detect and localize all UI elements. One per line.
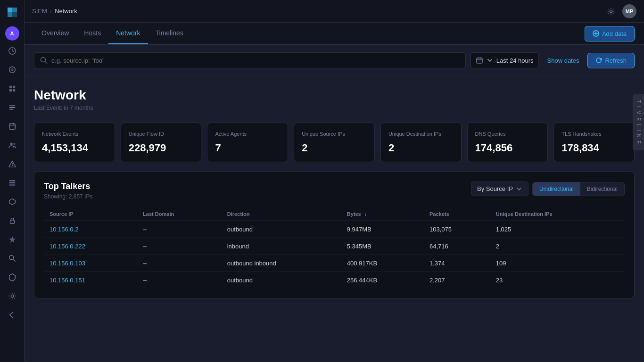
svg-rect-4 xyxy=(12,86,15,88)
direction-toggle: Unidirectional Bidirectional xyxy=(532,182,625,196)
stat-label-active-agents: Active Agents xyxy=(215,131,280,137)
table-row: 10.156.0.103 -- outbound inbound 400.917… xyxy=(44,255,625,272)
cell-bytes: 5.345MB xyxy=(341,238,424,255)
svg-point-22 xyxy=(41,58,46,62)
cell-source-ip[interactable]: 10.156.0.222 xyxy=(44,238,137,255)
add-data-label: Add data xyxy=(602,30,627,37)
stat-card-unique-flow-id: Unique Flow ID 228,979 xyxy=(121,123,202,162)
svg-rect-7 xyxy=(9,106,15,107)
page-title: Network xyxy=(34,88,635,103)
tab-network[interactable]: Network xyxy=(108,23,148,44)
cell-source-ip[interactable]: 10.156.0.151 xyxy=(44,272,137,289)
sidebar-item-rules[interactable] xyxy=(4,99,21,116)
topbar-actions: MP xyxy=(603,4,636,19)
add-data-button[interactable]: Add data xyxy=(585,26,635,41)
search-input-wrap[interactable] xyxy=(34,52,466,68)
table-header-row: Source IP Last Domain Direction Bytes ↓ … xyxy=(44,207,625,221)
cell-direction: inbound xyxy=(222,238,341,255)
sidebar-item-alerts[interactable] xyxy=(4,156,21,173)
cell-direction: outbound xyxy=(222,272,341,289)
stat-value-unique-flow-id: 228,979 xyxy=(129,142,194,154)
time-range-selector[interactable]: Last 24 hours xyxy=(471,52,539,68)
cell-source-ip[interactable]: 10.156.0.103 xyxy=(44,255,137,272)
cell-unique-dest: 1,025 xyxy=(490,221,625,238)
stat-card-active-agents: Active Agents 7 xyxy=(207,123,288,162)
top-talkers-title-group: Top Talkers Showing: 2,857 IPs xyxy=(44,181,471,200)
cell-unique-dest: 2 xyxy=(490,238,625,255)
cell-last-domain: -- xyxy=(137,238,222,255)
cell-packets: 103,075 xyxy=(424,221,490,238)
toggle-bidirectional[interactable]: Bidirectional xyxy=(580,182,624,196)
page-subtitle: Last Event: in 7 months xyxy=(34,105,635,111)
breadcrumb: SIEM › Network xyxy=(32,8,77,15)
cell-last-domain: -- xyxy=(137,255,222,272)
sidebar-item-overview[interactable] xyxy=(4,61,21,78)
show-dates-button[interactable]: Show dates xyxy=(544,55,583,66)
cell-unique-dest: 109 xyxy=(490,255,625,272)
sidebar-item-more[interactable] xyxy=(4,306,21,323)
svg-rect-15 xyxy=(9,185,15,186)
cell-packets: 2,207 xyxy=(424,272,490,289)
topbar: SIEM › Network MP xyxy=(25,0,644,23)
cell-last-domain: -- xyxy=(137,272,222,289)
svg-rect-14 xyxy=(9,182,15,183)
stat-cards: Network Events 4,153,134 Unique Flow ID … xyxy=(34,123,635,162)
stat-value-unique-dest-ips: 2 xyxy=(388,142,454,154)
cell-source-ip[interactable]: 10.156.0.2 xyxy=(44,221,137,238)
search-input[interactable] xyxy=(51,57,460,64)
sidebar-item-recent[interactable] xyxy=(4,42,21,59)
top-talkers-title: Top Talkers xyxy=(44,181,471,191)
user-avatar-sidebar[interactable]: A xyxy=(5,26,19,41)
sidebar-item-network[interactable] xyxy=(4,193,21,210)
stat-card-unique-dest-ips: Unique Destination IPs 2 xyxy=(380,123,462,162)
svg-rect-9 xyxy=(9,109,13,110)
stat-label-unique-flow-id: Unique Flow ID xyxy=(129,131,194,137)
stat-card-unique-source-ips: Unique Source IPs 2 xyxy=(294,123,375,162)
sidebar-item-users[interactable] xyxy=(4,137,21,154)
breadcrumb-parent: SIEM xyxy=(32,8,47,15)
cell-direction: outbound inbound xyxy=(222,255,341,272)
content-area: Network Last Event: in 7 months Network … xyxy=(25,76,644,362)
svg-rect-10 xyxy=(9,124,15,130)
col-header-unique-dest: Unique Destination IPs xyxy=(490,207,625,221)
stat-value-tls-handshakes: 178,834 xyxy=(561,142,627,154)
tab-timelines[interactable]: Timelines xyxy=(148,23,191,44)
svg-rect-13 xyxy=(9,181,15,181)
svg-rect-8 xyxy=(9,107,15,108)
tab-overview[interactable]: Overview xyxy=(34,23,76,44)
breadcrumb-separator: › xyxy=(50,8,52,15)
timeline-side-tab[interactable]: T I M E L I N E xyxy=(633,94,644,150)
col-header-source-ip: Source IP xyxy=(44,207,137,221)
col-header-bytes[interactable]: Bytes ↓ xyxy=(341,207,424,221)
sidebar-item-calendar[interactable] xyxy=(4,118,21,135)
top-talkers-controls: By Source IP Unidirectional Bidirectiona… xyxy=(471,181,625,196)
sidebar-item-threat-intel[interactable] xyxy=(4,269,21,286)
table-row: 10.156.0.2 -- outbound 9.947MB 103,075 1… xyxy=(44,221,625,238)
cell-bytes: 256.444KB xyxy=(341,272,424,289)
tab-hosts[interactable]: Hosts xyxy=(76,23,108,44)
svg-rect-5 xyxy=(9,89,11,91)
sidebar-item-manage[interactable] xyxy=(4,288,21,304)
app-logo[interactable] xyxy=(4,4,21,21)
stat-label-dns-queries: DNS Queries xyxy=(475,131,540,137)
settings-icon-btn[interactable] xyxy=(603,4,619,19)
top-talkers-table: Source IP Last Domain Direction Bytes ↓ … xyxy=(44,207,625,288)
sidebar-item-dashboard[interactable] xyxy=(4,80,21,97)
cell-packets: 1,374 xyxy=(424,255,490,272)
refresh-button[interactable]: Refresh xyxy=(587,53,635,68)
col-header-packets: Packets xyxy=(424,207,490,221)
table-row: 10.156.0.222 -- inbound 5.345MB 64,716 2 xyxy=(44,238,625,255)
sidebar-item-lock[interactable] xyxy=(4,212,21,229)
sidebar-item-investigate[interactable] xyxy=(4,250,21,267)
table-row: 10.156.0.151 -- outbound 256.444KB 2,207… xyxy=(44,272,625,289)
stat-value-unique-source-ips: 2 xyxy=(302,142,367,154)
sidebar-item-lists[interactable] xyxy=(4,174,21,191)
top-talkers-section: Top Talkers Showing: 2,857 IPs By Source… xyxy=(34,172,635,298)
sidebar-item-osquery[interactable] xyxy=(4,231,21,248)
by-source-dropdown[interactable]: By Source IP xyxy=(471,181,528,196)
toggle-unidirectional[interactable]: Unidirectional xyxy=(533,182,580,196)
stat-label-unique-dest-ips: Unique Destination IPs xyxy=(388,131,454,137)
stat-label-network-events: Network Events xyxy=(42,131,107,137)
svg-rect-6 xyxy=(12,89,15,91)
user-avatar-topbar[interactable]: MP xyxy=(622,4,636,18)
